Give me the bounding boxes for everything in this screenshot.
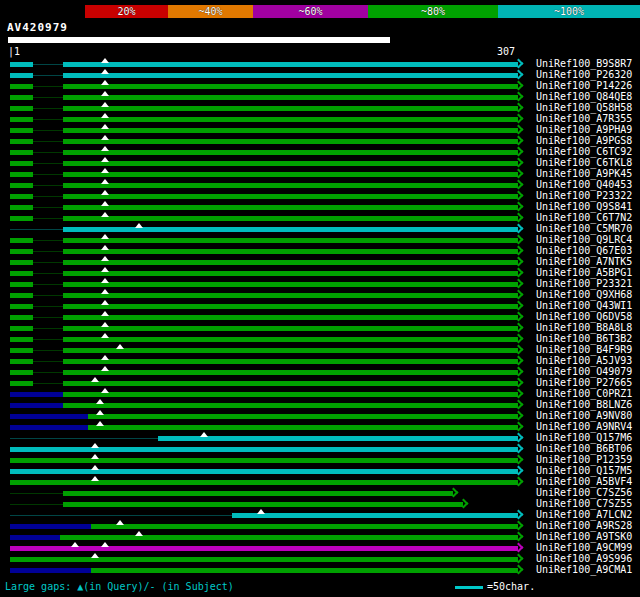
- hit-label[interactable]: UniRef100_A7LCN2: [536, 509, 632, 520]
- hit-label[interactable]: UniRef100_P27665: [536, 377, 632, 388]
- hit-label[interactable]: UniRef100_Q58H58: [536, 102, 632, 113]
- hsp-segment[interactable]: [63, 139, 518, 144]
- hsp-segment[interactable]: [10, 150, 33, 155]
- hsp-segment[interactable]: [63, 348, 518, 353]
- hit-label[interactable]: UniRef100_B8A8L8: [536, 322, 632, 333]
- hsp-segment[interactable]: [10, 106, 33, 111]
- hit-label[interactable]: UniRef100_Q157M6: [536, 432, 632, 443]
- hsp-segment[interactable]: [63, 403, 518, 408]
- hit-label[interactable]: UniRef100_C7SZ56: [536, 487, 632, 498]
- hsp-segment[interactable]: [63, 392, 518, 397]
- hsp-segment[interactable]: [60, 535, 518, 540]
- hit-label[interactable]: UniRef100_A9CM99: [536, 542, 632, 553]
- hit-label[interactable]: UniRef100_Q43WI1: [536, 300, 632, 311]
- hsp-segment[interactable]: [10, 238, 33, 243]
- hsp-segment[interactable]: [63, 84, 518, 89]
- hsp-segment[interactable]: [63, 216, 518, 221]
- hit-label[interactable]: UniRef100_A9TSK0: [536, 531, 632, 542]
- hit-label[interactable]: UniRef100_C5MR70: [536, 223, 632, 234]
- hit-label[interactable]: UniRef100_C0PRZ1: [536, 388, 632, 399]
- hsp-segment[interactable]: [63, 128, 518, 133]
- hsp-segment[interactable]: [10, 359, 33, 364]
- hit-label[interactable]: UniRef100_Q67E03: [536, 245, 632, 256]
- hsp-segment[interactable]: [10, 348, 33, 353]
- hsp-segment[interactable]: [10, 205, 33, 210]
- hsp-segment[interactable]: [10, 194, 33, 199]
- hsp-segment[interactable]: [63, 183, 518, 188]
- hit-label[interactable]: UniRef100_B4F9R9: [536, 344, 632, 355]
- hit-label[interactable]: UniRef100_A9NV80: [536, 410, 632, 421]
- hsp-segment[interactable]: [10, 271, 33, 276]
- hsp-segment[interactable]: [10, 260, 33, 265]
- hsp-segment[interactable]: [63, 249, 518, 254]
- hit-label[interactable]: UniRef100_A9NRV4: [536, 421, 632, 432]
- hit-label[interactable]: UniRef100_A9CMA1: [536, 564, 632, 575]
- hsp-segment[interactable]: [63, 172, 518, 177]
- hit-label[interactable]: UniRef100_C6T7N2: [536, 212, 632, 223]
- hsp-segment[interactable]: [63, 95, 518, 100]
- hsp-segment[interactable]: [10, 414, 88, 419]
- hit-label[interactable]: UniRef100_B6T3B2: [536, 333, 632, 344]
- hsp-segment[interactable]: [63, 62, 518, 67]
- hsp-segment[interactable]: [63, 271, 518, 276]
- hit-label[interactable]: UniRef100_Q9XH68: [536, 289, 632, 300]
- hit-label[interactable]: UniRef100_A7R355: [536, 113, 632, 124]
- hit-label[interactable]: UniRef100_Q9S841: [536, 201, 632, 212]
- hsp-segment[interactable]: [10, 326, 33, 331]
- hit-label[interactable]: UniRef100_P26320: [536, 69, 632, 80]
- hsp-segment[interactable]: [10, 95, 33, 100]
- hsp-segment[interactable]: [63, 359, 518, 364]
- hsp-segment[interactable]: [63, 205, 518, 210]
- hit-label[interactable]: UniRef100_P12359: [536, 454, 632, 465]
- hsp-segment[interactable]: [63, 238, 518, 243]
- hsp-segment[interactable]: [10, 524, 91, 529]
- hsp-segment[interactable]: [10, 139, 33, 144]
- hit-label[interactable]: UniRef100_A9PHA9: [536, 124, 632, 135]
- hsp-segment[interactable]: [10, 392, 63, 397]
- hit-label[interactable]: UniRef100_A9RS28: [536, 520, 632, 531]
- hit-label[interactable]: UniRef100_Q84QE8: [536, 91, 632, 102]
- hsp-segment[interactable]: [158, 436, 518, 441]
- hit-label[interactable]: UniRef100_Q9LRC4: [536, 234, 632, 245]
- hit-label[interactable]: UniRef100_C7SZ55: [536, 498, 632, 509]
- hsp-segment[interactable]: [10, 249, 33, 254]
- hsp-segment[interactable]: [63, 194, 518, 199]
- hsp-segment[interactable]: [10, 381, 33, 386]
- hsp-segment[interactable]: [10, 568, 91, 573]
- hsp-segment[interactable]: [63, 293, 518, 298]
- hit-label[interactable]: UniRef100_A7NTK5: [536, 256, 632, 267]
- hsp-segment[interactable]: [10, 183, 33, 188]
- hit-label[interactable]: UniRef100_A5JV93: [536, 355, 632, 366]
- hsp-segment[interactable]: [10, 117, 33, 122]
- hsp-segment[interactable]: [63, 315, 518, 320]
- hsp-segment[interactable]: [10, 293, 33, 298]
- hsp-segment[interactable]: [10, 304, 33, 309]
- hit-label[interactable]: UniRef100_A9PK45: [536, 168, 632, 179]
- hsp-segment[interactable]: [63, 370, 518, 375]
- hsp-segment[interactable]: [10, 557, 518, 562]
- hsp-segment[interactable]: [63, 304, 518, 309]
- hit-label[interactable]: UniRef100_Q6DV58: [536, 311, 632, 322]
- hit-label[interactable]: UniRef100_B8LNZ6: [536, 399, 632, 410]
- hit-label[interactable]: UniRef100_A5BVF4: [536, 476, 632, 487]
- hsp-segment[interactable]: [63, 106, 518, 111]
- hsp-segment[interactable]: [10, 337, 33, 342]
- hsp-segment[interactable]: [10, 73, 33, 78]
- hit-label[interactable]: UniRef100_C6TKL8: [536, 157, 632, 168]
- hsp-segment[interactable]: [63, 227, 518, 232]
- hsp-segment[interactable]: [63, 282, 518, 287]
- hsp-segment[interactable]: [63, 381, 518, 386]
- hit-label[interactable]: UniRef100_P23322: [536, 190, 632, 201]
- hsp-segment[interactable]: [10, 84, 33, 89]
- hit-label[interactable]: UniRef100_A5BPG1: [536, 267, 632, 278]
- hit-label[interactable]: UniRef100_A9PGS8: [536, 135, 632, 146]
- hsp-segment[interactable]: [63, 491, 453, 496]
- hit-label[interactable]: UniRef100_P23321: [536, 278, 632, 289]
- hsp-segment[interactable]: [10, 480, 518, 485]
- hsp-segment[interactable]: [10, 469, 518, 474]
- hsp-segment[interactable]: [63, 150, 518, 155]
- hsp-segment[interactable]: [63, 502, 463, 507]
- hsp-segment[interactable]: [63, 117, 518, 122]
- hsp-segment[interactable]: [91, 568, 518, 573]
- hsp-segment[interactable]: [10, 62, 33, 67]
